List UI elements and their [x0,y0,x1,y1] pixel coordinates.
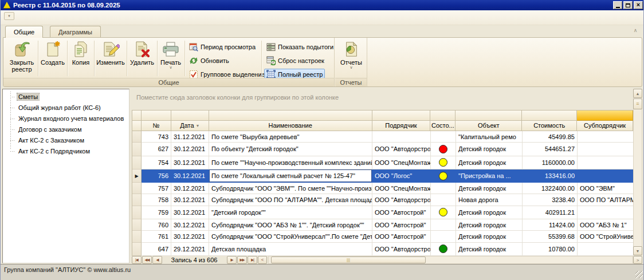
table-row[interactable]: 75730.12.2021Субподрядчик "ООО "ЭВМ"". П… [132,183,633,194]
column-header-name[interactable]: Наименование [209,121,372,131]
edit-button[interactable]: Изменить [96,40,125,77]
create-button[interactable]: Создать [40,40,66,77]
nav-last-button[interactable]: ▶| [248,256,257,264]
cell-name[interactable]: Субподрядчик "ООО ПО "АЛТАРМА"". Детская… [209,194,372,206]
qat-customize-button[interactable]: ▼ [4,12,14,20]
cell-object[interactable]: Детский городок [456,156,523,169]
delete-button[interactable]: Удалить [128,40,156,77]
nav-prior-button[interactable]: ◀ [152,256,162,264]
cell-date[interactable]: 30.12.2021 [171,194,209,206]
cell-date[interactable]: 30.12.2021 [171,169,209,183]
row-indicator-cell[interactable] [132,243,142,256]
column-header-object[interactable]: Объект [455,121,522,131]
cell-name[interactable]: Субподрядчик "ООО "ЭВМ"". По смете ""Нау… [209,183,372,194]
row-indicator-cell[interactable] [132,156,142,169]
cell-date[interactable]: 30.12.2021 [171,206,209,219]
cell-cost[interactable]: 11424.00 [523,219,578,231]
close-button[interactable]: × [634,1,643,9]
hscroll-left-button[interactable]: < [258,256,267,264]
cell-cost[interactable]: 45499.85 [523,131,578,143]
cell-cost[interactable]: 402911.21 [523,206,578,219]
table-row[interactable]: 75430.12.2021По смете ""Научно-производс… [132,156,633,169]
cell-num[interactable]: 760 [142,219,171,231]
cell-cost[interactable]: 1322400.00 [523,183,578,194]
row-indicator-cell[interactable] [132,131,142,143]
cell-cost[interactable]: 55399.68 [523,231,578,242]
cell-contractor[interactable]: ООО "Автострой" [372,231,431,242]
cell-contractor[interactable]: ООО "Автодорстро [372,243,431,256]
print-button[interactable]: Печать ∨ [159,40,183,77]
resize-grip[interactable] [635,271,643,278]
reset-settings-button[interactable]: Сброс настроек [264,55,327,66]
cell-date[interactable]: 30.12.2021 [171,219,209,231]
cell-sub[interactable] [578,243,634,256]
row-indicator-cell[interactable] [132,194,142,206]
column-header-contractor[interactable]: Подрядчик [372,121,431,131]
table-row[interactable]: 76130.12.2021Субподрядчик "ООО "СтройУни… [132,231,633,242]
vscroll-up-button[interactable]: ▲ [633,89,642,98]
cell-cost[interactable]: 544651.27 [523,143,578,156]
cell-object[interactable]: Детский городок [456,183,523,194]
cell-contractor[interactable]: ООО "Логос" [372,169,431,183]
column-header-date[interactable]: Дата▼ [171,121,209,131]
vscroll-down-button[interactable]: ▼ [633,246,642,255]
cell-contractor[interactable]: ООО "Автодорстро [372,194,431,206]
maximize-button[interactable] [623,1,633,9]
cell-num[interactable]: 759 [142,206,171,219]
table-row[interactable]: 75830.12.2021Субподрядчик "ООО ПО "АЛТАР… [132,194,633,206]
cell-cost[interactable]: 1160000.00 [523,156,578,169]
nav-next-button[interactable]: ▶ [227,256,237,264]
cell-date[interactable]: 31.12.2021 [171,131,209,143]
refresh-button[interactable]: Обновить [187,55,231,66]
sidebar-item[interactable]: Сметы [3,92,129,102]
cell-object[interactable]: Новая дорога [456,194,523,206]
cell-name[interactable]: "Детский городок"" [209,206,372,219]
horizontal-scrollbar[interactable]: ||| [268,256,633,264]
cell-num[interactable]: 627 [142,143,171,156]
row-indicator-cell[interactable] [132,231,142,242]
cell-num[interactable]: 756 [142,169,171,183]
sidebar-item[interactable]: Акт КС-2 с Заказчиком [3,135,129,146]
cell-status[interactable] [431,156,456,169]
cell-num[interactable]: 743 [142,131,171,143]
cell-contractor[interactable]: ООО "Автодорстро [372,143,431,156]
cell-name[interactable]: Детская площадка [209,243,372,256]
column-header-sub[interactable]: Субподрядчик [577,121,633,131]
cell-num[interactable]: 758 [142,194,171,206]
cell-contractor[interactable]: ООО "СпецМонтаж [372,156,431,169]
table-row[interactable]: 64729.12.2021Детская площадкаООО "Автодо… [132,243,633,256]
vertical-scrollbar-thumb[interactable]: ≡ [633,98,642,109]
cell-object[interactable]: Детский городок [456,219,523,231]
view-period-button[interactable]: Период просмотра [187,41,258,53]
show-subtotals-button[interactable]: Показать подытоги [264,41,336,53]
nav-prior-page-button[interactable]: ◀◀ [142,256,152,264]
cell-num[interactable]: 761 [142,231,171,242]
cell-sub[interactable] [578,131,634,143]
hscroll-right-button[interactable]: > [633,256,642,264]
sidebar-item[interactable]: Общий журнал работ (КС-6) [3,102,129,113]
nav-first-button[interactable]: |◀ [132,256,142,264]
reports-button[interactable]: Отчеты ∨ [339,40,364,77]
ribbon-collapse-button[interactable]: ∧ [631,27,640,35]
cell-object[interactable]: Детский городок [456,206,523,219]
cell-date[interactable]: 30.12.2021 [171,231,209,242]
close-register-button[interactable]: Закрыть реестр [7,40,37,77]
cell-name[interactable]: Субподрядчик "ООО "СтройУниверсал"".По с… [209,231,372,242]
cell-date[interactable]: 30.12.2021 [171,156,209,169]
cell-num[interactable]: 757 [142,183,171,194]
tab-diagrammy[interactable]: Диаграммы [50,26,101,38]
cell-status[interactable] [431,206,456,219]
cell-date[interactable]: 29.12.2021 [171,243,209,256]
row-indicator-cell[interactable] [132,206,142,219]
cell-status[interactable] [431,143,456,156]
column-header-cost[interactable]: Стоимость [522,121,577,131]
cell-status[interactable] [431,169,456,183]
cell-contractor[interactable]: ООО "Автострой" [372,206,431,219]
cell-contractor[interactable]: ООО "СпецМонтаж [372,183,431,194]
minimize-button[interactable] [613,1,622,9]
column-header-status[interactable]: Состо... [430,121,455,131]
cell-cost[interactable]: 10780.00 [523,243,578,256]
cell-name[interactable]: По объекту "Детский городок" [209,143,372,156]
cell-status[interactable] [431,243,456,256]
cell-status[interactable] [431,219,456,231]
